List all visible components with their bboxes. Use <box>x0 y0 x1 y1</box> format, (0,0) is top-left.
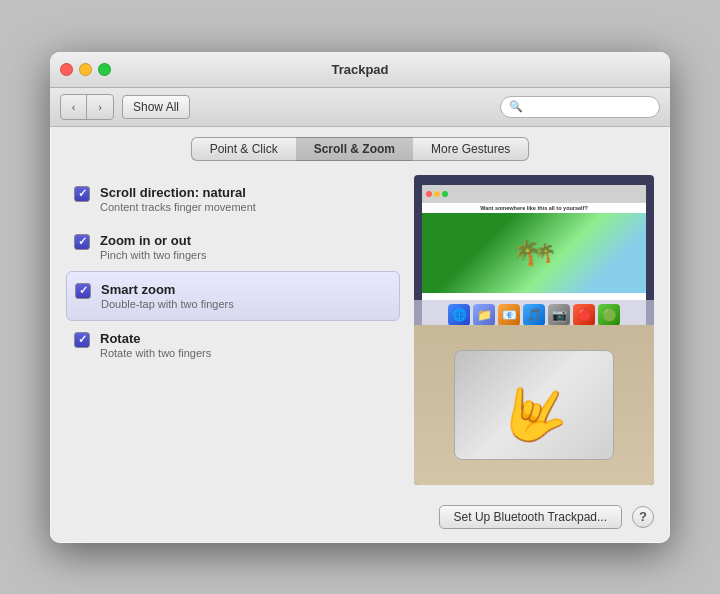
options-panel: ✓ Scroll direction: natural Content trac… <box>66 175 400 485</box>
dock-icon-7: 🟢 <box>598 304 620 326</box>
bottom-bar: Set Up Bluetooth Trackpad... ? <box>50 497 670 543</box>
dock-icon-4: 🎵 <box>523 304 545 326</box>
screen-heading: Want somewhere like this all to yourself… <box>422 203 646 213</box>
palm-tree-icon-2: 🌴 <box>534 242 556 264</box>
nav-buttons: ‹ › <box>60 94 114 120</box>
preview-image: Want somewhere like this all to yourself… <box>414 175 654 485</box>
option-smart-zoom: ✓ Smart zoom Double-tap with two fingers <box>66 271 400 321</box>
preview-panel: Want somewhere like this all to yourself… <box>414 175 654 485</box>
toolbar: ‹ › Show All 🔍 <box>50 88 670 127</box>
option-scroll-direction: ✓ Scroll direction: natural Content trac… <box>66 175 400 223</box>
dock-icon-6: 🔴 <box>573 304 595 326</box>
tab-scroll-zoom[interactable]: Scroll & Zoom <box>296 137 413 161</box>
nav-forward-button[interactable]: › <box>87 95 113 119</box>
search-bar[interactable]: 🔍 <box>500 96 660 118</box>
option-zoom-in-out: ✓ Zoom in or out Pinch with two fingers <box>66 223 400 271</box>
main-window: Trackpad ‹ › Show All 🔍 Point & Click Sc… <box>50 52 670 543</box>
close-button[interactable] <box>60 63 73 76</box>
bluetooth-setup-button[interactable]: Set Up Bluetooth Trackpad... <box>439 505 622 529</box>
option-desc-smart-zoom: Double-tap with two fingers <box>101 298 234 310</box>
screen-dot-min <box>434 191 440 197</box>
content-area: ✓ Scroll direction: natural Content trac… <box>50 169 670 497</box>
hand-fingers-icon: 🤟 <box>492 373 577 455</box>
screen-browser-bar <box>422 185 646 203</box>
checkbox-scroll-direction[interactable]: ✓ <box>74 186 90 202</box>
option-label-smart-zoom: Smart zoom <box>101 282 234 297</box>
option-label-scroll-direction: Scroll direction: natural <box>100 185 256 200</box>
tab-point-click[interactable]: Point & Click <box>191 137 296 161</box>
window-title: Trackpad <box>331 62 388 77</box>
checkbox-rotate[interactable]: ✓ <box>74 332 90 348</box>
option-label-zoom-in-out: Zoom in or out <box>100 233 206 248</box>
screen-dot-max <box>442 191 448 197</box>
nav-back-button[interactable]: ‹ <box>61 95 87 119</box>
option-desc-rotate: Rotate with two fingers <box>100 347 211 359</box>
option-label-rotate: Rotate <box>100 331 211 346</box>
option-desc-zoom-in-out: Pinch with two fingers <box>100 249 206 261</box>
option-rotate: ✓ Rotate Rotate with two fingers <box>66 321 400 369</box>
option-desc-scroll-direction: Content tracks finger movement <box>100 201 256 213</box>
search-input[interactable] <box>527 100 651 114</box>
help-button[interactable]: ? <box>632 506 654 528</box>
screen-image-area: 🌴 🌴 <box>422 213 646 293</box>
maximize-button[interactable] <box>98 63 111 76</box>
dock-icon-2: 📁 <box>473 304 495 326</box>
titlebar: Trackpad <box>50 52 670 88</box>
checkbox-smart-zoom[interactable]: ✓ <box>75 283 91 299</box>
trackpad-surface: 🤟 <box>454 350 614 460</box>
search-icon: 🔍 <box>509 100 523 113</box>
minimize-button[interactable] <box>79 63 92 76</box>
trackpad-area: 🤟 <box>414 325 654 485</box>
dock-icon-3: 📧 <box>498 304 520 326</box>
tab-more-gestures[interactable]: More Gestures <box>413 137 529 161</box>
checkbox-zoom-in-out[interactable]: ✓ <box>74 234 90 250</box>
traffic-lights <box>60 63 111 76</box>
tabs-row: Point & Click Scroll & Zoom More Gesture… <box>50 127 670 169</box>
show-all-button[interactable]: Show All <box>122 95 190 119</box>
dock-icon-1: 🌐 <box>448 304 470 326</box>
dock-icon-5: 📷 <box>548 304 570 326</box>
screen-dot-close <box>426 191 432 197</box>
